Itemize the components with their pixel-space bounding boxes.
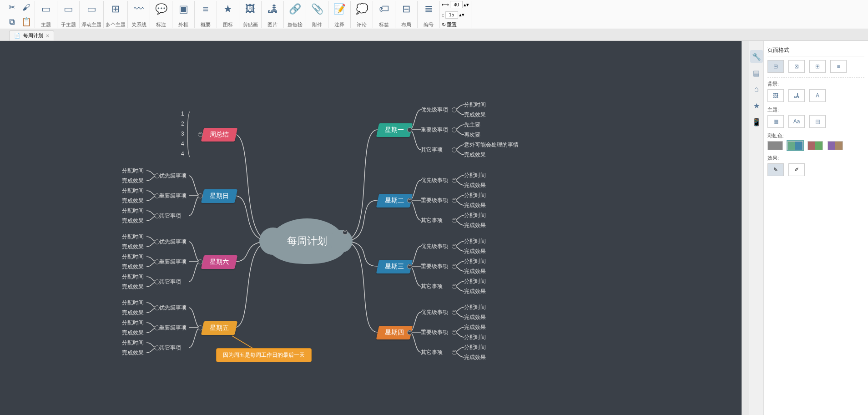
leaf-星期一-2-1[interactable]: 完成效果 [464, 151, 486, 159]
leaf-星期四-2-1[interactable]: 完成效果 [464, 354, 486, 361]
leaf-星期二-0-1[interactable]: 完成效果 [464, 182, 486, 189]
sub-星期二-0[interactable]: 优先级事项 [421, 177, 448, 184]
collapse-dot[interactable] [155, 173, 160, 178]
leaf-星期五-0-0[interactable]: 分配时间 [122, 299, 144, 307]
sub-星期日-1[interactable]: 重要级事项 [159, 192, 187, 200]
rainbow-4[interactable] [828, 141, 843, 150]
canvas[interactable]: 每周计划 星期一优先级事项分配时间完成效果重要级事项先主要再次要其它事项意外可能… [0, 41, 742, 415]
sub-星期日-2[interactable]: 其它事项 [159, 212, 181, 220]
layout-opt-1[interactable]: ⊟ [767, 60, 784, 73]
reset-button[interactable]: ↻重置 [442, 21, 457, 28]
leaf-星期一-0-1[interactable]: 完成效果 [464, 111, 486, 119]
collapse-dot[interactable] [452, 218, 457, 223]
sub-星期六-0[interactable]: 优先级事项 [159, 238, 187, 246]
tag-icon[interactable]: 🏷 [375, 1, 393, 17]
leaf-星期六-0-1[interactable]: 完成效果 [122, 243, 144, 251]
format-tab-icon[interactable]: 🔧 [750, 50, 763, 63]
day-星期五[interactable]: 星期五 [201, 321, 237, 335]
leaf-星期一-2-0[interactable]: 意外可能会处理的事情 [464, 141, 519, 149]
day-星期六[interactable]: 星期六 [201, 255, 237, 269]
collapse-dot[interactable] [452, 350, 457, 355]
sub-星期日-0[interactable]: 优先级事项 [159, 172, 187, 180]
day-周总结[interactable]: 周总结 [201, 128, 237, 142]
scrollbar[interactable] [742, 41, 749, 415]
sub-星期四-0[interactable]: 优先级事项 [421, 309, 448, 316]
collapse-dot[interactable] [155, 279, 160, 284]
sub-星期三-2[interactable]: 其它事项 [421, 283, 443, 290]
sub-星期一-1[interactable]: 重要级事项 [421, 126, 448, 134]
cut-icon[interactable]: ✂ [5, 1, 18, 14]
leaf-星期一-1-0[interactable]: 先主要 [464, 121, 480, 129]
layout-icon[interactable]: ⊟ [397, 1, 415, 17]
leaf-星期六-2-0[interactable]: 分配时间 [122, 273, 144, 281]
height-input[interactable] [445, 11, 458, 19]
number-icon[interactable]: ≣ [419, 1, 438, 17]
leaf-星期日-0-1[interactable]: 完成效果 [122, 177, 144, 185]
bg-opt-3[interactable]: A [809, 89, 826, 102]
collapse-dot[interactable] [452, 147, 457, 152]
bg-opt-1[interactable]: 🖼 [767, 89, 784, 102]
collapse-dot[interactable] [198, 193, 203, 198]
collapse-dot[interactable] [452, 107, 457, 112]
sub-星期六-2[interactable]: 其它事项 [159, 278, 181, 286]
leaf-星期六-1-0[interactable]: 分配时间 [122, 253, 144, 261]
collapse-dot[interactable] [407, 198, 412, 203]
leaf-星期一-1-1[interactable]: 再次要 [464, 131, 480, 139]
sub-星期三-1[interactable]: 重要级事项 [421, 263, 448, 270]
collapse-dot[interactable] [407, 264, 412, 269]
outline-tab-icon[interactable]: ▤ [750, 66, 763, 79]
bg-opt-2[interactable]: 🏞 [788, 89, 805, 102]
clipart-icon[interactable]: 🖼 [241, 1, 259, 17]
leaf-星期六-1-1[interactable]: 完成效果 [122, 263, 144, 271]
collapse-dot[interactable] [452, 330, 457, 335]
sub-星期四-2[interactable]: 其它事项 [421, 349, 443, 356]
format-painter-icon[interactable]: 🖌 [20, 1, 33, 14]
theme-opt-1[interactable]: ▦ [767, 115, 784, 128]
collapse-dot[interactable] [155, 325, 160, 330]
collapse-dot[interactable] [452, 284, 457, 289]
leaf-星期五-1-1[interactable]: 完成效果 [122, 329, 144, 337]
collapse-dot[interactable] [155, 239, 160, 244]
leaf-星期五-1-0[interactable]: 分配时间 [122, 319, 144, 327]
boundary-icon[interactable]: ▣ [174, 1, 192, 17]
leaf-星期二-0-0[interactable]: 分配时间 [464, 172, 486, 179]
callout-icon[interactable]: 💬 [152, 1, 170, 17]
collapse-dot[interactable] [452, 244, 457, 249]
width-input[interactable] [450, 1, 463, 8]
layout-opt-4[interactable]: ≡ [830, 60, 847, 73]
leaf-星期二-2-1[interactable]: 完成效果 [464, 222, 486, 229]
theme-opt-2[interactable]: Aa [788, 115, 805, 128]
rainbow-1[interactable] [767, 141, 783, 150]
paste-icon[interactable]: 📋 [20, 15, 33, 28]
collapse-dot[interactable] [452, 127, 457, 132]
effect-1[interactable]: ✎ [767, 163, 784, 176]
leaf-星期五-2-1[interactable]: 完成效果 [122, 349, 144, 357]
collapse-dot[interactable] [452, 310, 457, 315]
collapse-dot[interactable] [452, 178, 457, 183]
leaf-星期日-2-1[interactable]: 完成效果 [122, 217, 144, 225]
star-tab-icon[interactable]: ★ [750, 99, 763, 112]
day-星期日[interactable]: 星期日 [201, 189, 237, 203]
sub-星期一-2[interactable]: 其它事项 [421, 146, 443, 154]
subtopic-icon[interactable]: ▭ [59, 1, 77, 17]
hyperlink-icon[interactable]: 🔗 [286, 1, 304, 17]
note-icon[interactable]: 📝 [330, 1, 348, 17]
leaf-星期一-0-0[interactable]: 分配时间 [464, 101, 486, 109]
leaf-星期二-2-0[interactable]: 分配时间 [464, 212, 486, 219]
leaf-星期三-1-0[interactable]: 分配时间 [464, 258, 486, 265]
collapse-dot[interactable] [155, 213, 160, 218]
summary-icon[interactable]: ≡ [197, 1, 215, 17]
device-tab-icon[interactable]: 📱 [750, 116, 763, 128]
summary-num-1[interactable]: 2 [181, 121, 184, 127]
sub-星期四-1[interactable]: 重要级事项 [421, 329, 448, 336]
floating-topic-icon[interactable]: ▭ [82, 1, 101, 17]
collapse-dot[interactable] [343, 230, 348, 235]
sub-星期五-0[interactable]: 优先级事项 [159, 304, 187, 312]
summary-num-0[interactable]: 1 [181, 111, 184, 117]
document-tab[interactable]: 📄 每周计划 × [9, 30, 54, 40]
leaf-星期日-0-0[interactable]: 分配时间 [122, 167, 144, 175]
close-tab-icon[interactable]: × [46, 33, 49, 39]
collapse-dot[interactable] [198, 132, 203, 137]
sub-星期二-1[interactable]: 重要级事项 [421, 197, 448, 204]
leaf-星期五-2-0[interactable]: 分配时间 [122, 339, 144, 347]
